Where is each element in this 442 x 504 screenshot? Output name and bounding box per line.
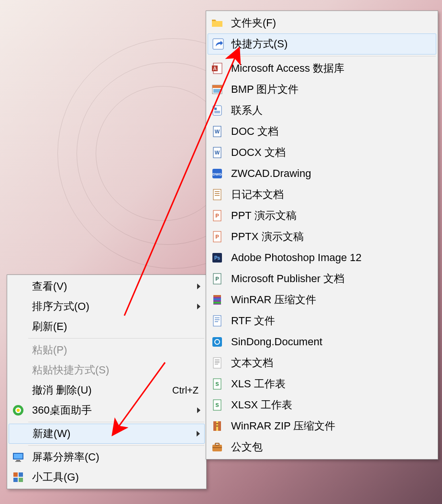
svg-rect-7 bbox=[13, 472, 18, 477]
submenu-item-sindong[interactable]: SinDong.Document bbox=[207, 331, 437, 352]
menu-item-label: 360桌面助手 bbox=[32, 403, 92, 417]
submenu-item-briefcase[interactable]: 公文包 bbox=[207, 437, 437, 458]
svg-rect-43 bbox=[213, 302, 221, 304]
txt-icon bbox=[211, 357, 223, 369]
svg-point-2 bbox=[17, 409, 20, 412]
rar-icon bbox=[211, 294, 223, 306]
svg-rect-54 bbox=[215, 364, 218, 364]
submenu-item-doc[interactable]: W DOC 文档 bbox=[207, 121, 437, 142]
submenu-item-pptx[interactable]: P PPTX 演示文稿 bbox=[207, 226, 437, 247]
menu-item-screen-resolution[interactable]: 屏幕分辨率(C) bbox=[8, 447, 205, 467]
submenu-item-journal[interactable]: 日记本文档 bbox=[207, 184, 437, 205]
menu-item-sort[interactable]: 排序方式(O) bbox=[8, 296, 205, 317]
svg-rect-51 bbox=[215, 360, 220, 360]
svg-rect-41 bbox=[213, 295, 221, 297]
briefcase-icon bbox=[211, 441, 223, 453]
svg-rect-10 bbox=[19, 478, 23, 482]
svg-rect-62 bbox=[216, 426, 218, 427]
menu-item-label: 文件夹(F) bbox=[231, 16, 276, 30]
menu-separator bbox=[28, 422, 204, 422]
submenu-item-zwcad[interactable]: DWG ZWCAD.Drawing bbox=[207, 163, 437, 184]
svg-text:S: S bbox=[215, 402, 219, 408]
submenu-item-contact[interactable]: 联系人 bbox=[207, 100, 437, 121]
menu-item-label: 查看(V) bbox=[32, 279, 67, 294]
svg-rect-46 bbox=[215, 319, 220, 320]
svg-text:DWG: DWG bbox=[212, 172, 222, 176]
menu-item-label: WinRAR 压缩文件 bbox=[231, 293, 316, 307]
submenu-arrow-icon bbox=[197, 284, 200, 289]
svg-rect-42 bbox=[213, 298, 221, 300]
submenu-arrow-icon bbox=[197, 431, 200, 437]
menu-item-label: 联系人 bbox=[231, 103, 263, 118]
submenu-item-xlsx[interactable]: S XLSX 工作表 bbox=[207, 394, 437, 416]
svg-rect-28 bbox=[213, 189, 221, 200]
doc-icon: W bbox=[211, 125, 223, 138]
svg-text:P: P bbox=[215, 234, 219, 240]
desktop-context-menu: 查看(V) 排序方式(O) 刷新(E) 粘贴(P) 粘贴快捷方式(S) 撤消 删… bbox=[7, 274, 207, 489]
menu-item-label: Adobe Photoshop Image 12 bbox=[231, 252, 362, 264]
submenu-item-txt[interactable]: 文本文档 bbox=[207, 352, 437, 373]
menu-item-label: ZWCAD.Drawing bbox=[231, 167, 311, 180]
submenu-item-access[interactable]: A Microsoft Access 数据库 bbox=[207, 58, 437, 79]
menu-item-360-helper[interactable]: 360桌面助手 bbox=[8, 400, 205, 420]
menu-item-paste-shortcut: 粘贴快捷方式(S) bbox=[8, 360, 205, 380]
svg-rect-4 bbox=[14, 454, 22, 459]
pptx-icon: P bbox=[211, 230, 223, 243]
svg-rect-20 bbox=[214, 111, 220, 112]
submenu-item-xls[interactable]: S XLS 工作表 bbox=[207, 373, 437, 394]
menu-item-label: 粘贴快捷方式(S) bbox=[32, 363, 109, 377]
menu-item-refresh[interactable]: 刷新(E) bbox=[8, 317, 205, 337]
monitor-icon bbox=[12, 451, 24, 463]
submenu-item-bmp[interactable]: BMP 图片文件 bbox=[207, 79, 437, 100]
svg-text:A: A bbox=[213, 66, 217, 71]
menu-item-label: PPT 演示文稿 bbox=[231, 208, 297, 223]
menu-item-new[interactable]: 新建(W) bbox=[9, 424, 205, 444]
360-icon bbox=[12, 404, 24, 416]
svg-rect-19 bbox=[214, 108, 217, 110]
svg-rect-48 bbox=[212, 337, 222, 347]
submenu-item-publisher[interactable]: P Microsoft Publisher 文档 bbox=[207, 268, 437, 289]
svg-rect-30 bbox=[215, 193, 220, 194]
sindong-icon bbox=[211, 336, 223, 348]
photoshop-icon: Ps bbox=[211, 252, 223, 264]
submenu-item-rar[interactable]: WinRAR 压缩文件 bbox=[207, 289, 437, 310]
svg-text:W: W bbox=[215, 129, 220, 134]
svg-rect-29 bbox=[215, 191, 220, 192]
svg-rect-45 bbox=[215, 318, 220, 318]
submenu-arrow-icon bbox=[197, 407, 200, 413]
menu-item-label: SinDong.Document bbox=[231, 336, 322, 348]
rtf-icon bbox=[211, 315, 223, 327]
new-submenu: 文件夹(F) 快捷方式(S) A Microsoft Access 数据库 BM… bbox=[206, 11, 438, 460]
svg-rect-21 bbox=[214, 112, 220, 113]
submenu-item-docx[interactable]: W DOCX 文档 bbox=[207, 142, 437, 163]
submenu-item-folder[interactable]: 文件夹(F) bbox=[207, 12, 437, 33]
publisher-icon: P bbox=[211, 273, 223, 285]
svg-rect-5 bbox=[16, 460, 20, 461]
xls-icon: S bbox=[211, 378, 223, 390]
menu-item-gadgets[interactable]: 小工具(G) bbox=[8, 467, 205, 487]
menu-item-label: Microsoft Publisher 文档 bbox=[231, 272, 344, 286]
svg-rect-17 bbox=[213, 89, 221, 93]
menu-separator bbox=[28, 338, 204, 339]
submenu-item-ppt[interactable]: P PPT 演示文稿 bbox=[207, 205, 437, 226]
menu-item-label: Microsoft Access 数据库 bbox=[231, 61, 344, 76]
menu-item-label: PPTX 演示文稿 bbox=[231, 230, 304, 244]
submenu-item-shortcut[interactable]: 快捷方式(S) bbox=[208, 33, 436, 55]
menu-item-undo-delete[interactable]: 撤消 删除(U) Ctrl+Z bbox=[8, 380, 205, 400]
zip-icon bbox=[211, 420, 223, 432]
menu-item-paste: 粘贴(P) bbox=[8, 340, 205, 360]
menu-item-view[interactable]: 查看(V) bbox=[8, 276, 205, 296]
submenu-arrow-icon bbox=[197, 304, 200, 309]
menu-item-label: 公文包 bbox=[231, 440, 263, 454]
menu-item-label: 排序方式(O) bbox=[32, 299, 89, 314]
xlsx-icon: S bbox=[211, 399, 223, 411]
menu-item-label: RTF 文件 bbox=[231, 314, 275, 328]
svg-rect-65 bbox=[212, 447, 222, 448]
submenu-item-photoshop[interactable]: Ps Adobe Photoshop Image 12 bbox=[207, 247, 437, 268]
menu-separator bbox=[227, 56, 436, 56]
menu-item-label: BMP 图片文件 bbox=[231, 82, 298, 97]
svg-rect-44 bbox=[213, 316, 221, 326]
bmp-icon bbox=[211, 83, 223, 96]
submenu-item-rtf[interactable]: RTF 文件 bbox=[207, 310, 437, 331]
submenu-item-zip[interactable]: WinRAR ZIP 压缩文件 bbox=[207, 416, 437, 437]
